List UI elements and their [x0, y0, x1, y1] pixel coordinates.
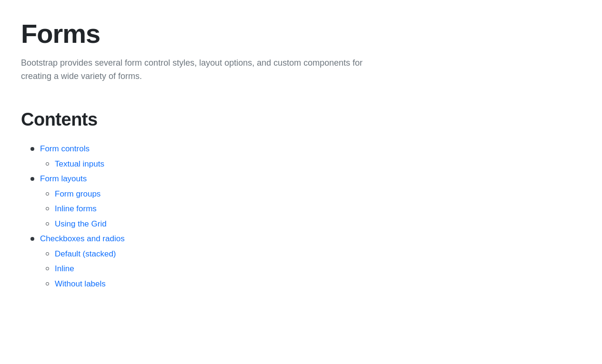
toc-sublist: Textual inputs: [21, 158, 581, 170]
toc-sub-link[interactable]: Inline forms: [55, 203, 97, 215]
bullet-circle-icon: [46, 207, 49, 210]
bullet-circle-icon: [46, 162, 49, 166]
toc-sub-link[interactable]: Form groups: [55, 188, 100, 200]
toc-item: Form layouts: [21, 173, 581, 185]
toc-link[interactable]: Form controls: [40, 143, 90, 155]
toc-sub-item: Form groups: [46, 188, 581, 200]
bullet-disc-icon: [30, 237, 34, 241]
page-title: Forms: [21, 19, 581, 49]
bullet-circle-icon: [46, 282, 49, 285]
bullet-circle-icon: [46, 267, 49, 270]
toc-sub-link[interactable]: Default (stacked): [55, 248, 116, 260]
toc-link[interactable]: Checkboxes and radios: [40, 233, 125, 245]
toc-sub-item: Inline forms: [46, 203, 581, 215]
bullet-circle-icon: [46, 252, 49, 256]
toc-item: Form controls: [21, 143, 581, 155]
toc-link[interactable]: Form layouts: [40, 173, 87, 185]
toc-sub-link[interactable]: Inline: [55, 263, 74, 275]
toc-sub-item: Default (stacked): [46, 248, 581, 260]
bullet-disc-icon: [30, 147, 34, 151]
toc-sub-link[interactable]: Without labels: [55, 278, 106, 290]
toc-sublist: Form groupsInline formsUsing the Grid: [21, 188, 581, 230]
contents-heading: Contents: [21, 106, 581, 133]
toc-sub-item: Without labels: [46, 278, 581, 290]
bullet-disc-icon: [30, 177, 34, 181]
toc-list: Form controlsTextual inputsForm layoutsF…: [21, 143, 581, 290]
toc-item: Checkboxes and radios: [21, 233, 581, 245]
toc-sublist: Default (stacked)InlineWithout labels: [21, 248, 581, 290]
bullet-circle-icon: [46, 222, 49, 226]
bullet-circle-icon: [46, 192, 49, 196]
toc-sub-item: Using the Grid: [46, 218, 581, 230]
page-description: Bootstrap provides several form control …: [21, 56, 383, 84]
toc-sub-item: Textual inputs: [46, 158, 581, 170]
toc-sub-link[interactable]: Textual inputs: [55, 158, 104, 170]
toc-sub-link[interactable]: Using the Grid: [55, 218, 107, 230]
toc-sub-item: Inline: [46, 263, 581, 275]
